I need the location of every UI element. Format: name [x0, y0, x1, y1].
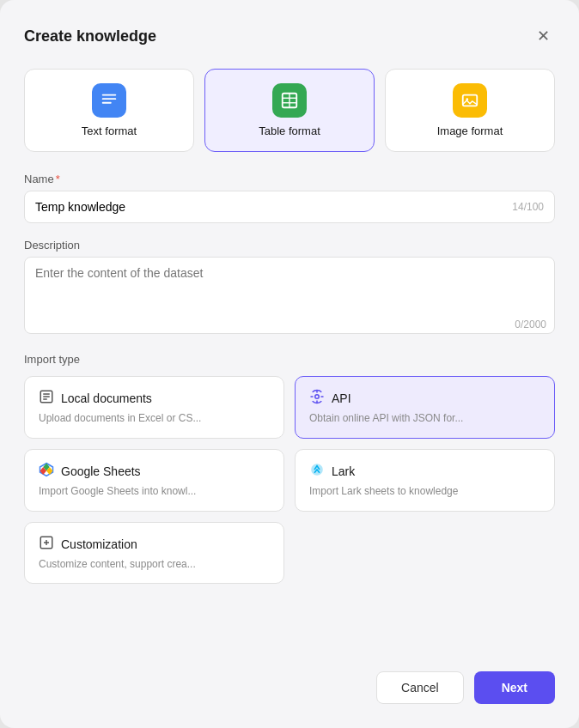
local-docs-icon	[39, 389, 54, 408]
table-format-icon	[272, 83, 307, 118]
modal-title: Create knowledge	[24, 27, 156, 46]
lark-desc: Import Lark sheets to knowledge	[309, 484, 540, 499]
api-card-header: API	[309, 389, 540, 408]
customization-icon	[39, 535, 54, 554]
name-input-wrapper: 14/100	[24, 191, 555, 223]
close-icon: ✕	[537, 27, 550, 46]
name-required: *	[56, 173, 60, 185]
import-grid: Local documents Upload documents in Exce…	[24, 376, 555, 584]
cancel-button[interactable]: Cancel	[376, 671, 464, 704]
tab-table-format[interactable]: Table format	[204, 69, 375, 152]
api-icon	[309, 389, 325, 408]
text-format-icon	[92, 83, 126, 118]
google-sheets-title: Google Sheets	[61, 464, 141, 478]
create-knowledge-modal: Create knowledge ✕ Text format	[0, 0, 579, 728]
svg-rect-1	[102, 98, 117, 100]
description-field-group: Description 0/2000	[24, 239, 555, 337]
local-docs-title: Local documents	[61, 391, 152, 405]
tab-text-format[interactable]: Text format	[24, 69, 194, 152]
import-card-custom[interactable]: Customization Customize content, support…	[24, 522, 284, 585]
svg-point-13	[315, 395, 320, 399]
description-textarea-wrapper: 0/2000	[24, 257, 555, 337]
import-card-google[interactable]: Google Sheets Import Google Sheets into …	[24, 449, 284, 512]
svg-rect-2	[102, 102, 112, 104]
description-textarea[interactable]	[24, 257, 555, 334]
lark-title: Lark	[332, 464, 355, 478]
image-format-icon	[453, 83, 487, 118]
name-input[interactable]	[35, 200, 512, 214]
customization-title: Customization	[61, 537, 137, 551]
modal-footer: Cancel Next	[24, 651, 555, 704]
lark-icon	[309, 462, 325, 481]
close-button[interactable]: ✕	[531, 24, 555, 48]
import-card-local[interactable]: Local documents Upload documents in Exce…	[24, 376, 284, 439]
description-char-count: 0/2000	[515, 318, 546, 331]
import-type-label: Import type	[24, 353, 555, 366]
image-format-label: Image format	[437, 124, 503, 137]
name-field-group: Name * 14/100	[24, 173, 555, 223]
tab-image-format[interactable]: Image format	[385, 69, 555, 152]
table-format-label: Table format	[259, 124, 320, 137]
name-label: Name *	[24, 173, 555, 185]
api-desc: Obtain online API with JSON for...	[309, 411, 540, 426]
google-card-header: Google Sheets	[39, 462, 270, 481]
format-tabs: Text format Table format Im	[24, 69, 555, 152]
import-type-group: Import type Local documents Upload d	[24, 353, 555, 584]
lark-card-header: Lark	[309, 462, 540, 481]
description-label: Description	[24, 239, 555, 252]
import-card-lark[interactable]: Lark Import Lark sheets to knowledge	[295, 449, 555, 512]
name-char-count: 14/100	[512, 201, 544, 213]
text-format-label: Text format	[82, 124, 137, 137]
next-button[interactable]: Next	[474, 671, 555, 704]
import-card-api[interactable]: API Obtain online API with JSON for...	[295, 376, 555, 439]
google-sheets-desc: Import Google Sheets into knowl...	[39, 484, 270, 499]
local-docs-desc: Upload documents in Excel or CS...	[39, 411, 270, 426]
google-sheets-icon	[39, 462, 54, 481]
custom-card-header: Customization	[39, 535, 270, 554]
local-card-header: Local documents	[39, 389, 270, 408]
customization-desc: Customize content, support crea...	[39, 557, 270, 572]
svg-rect-0	[102, 94, 117, 96]
api-title: API	[332, 391, 351, 405]
modal-header: Create knowledge ✕	[24, 24, 555, 48]
